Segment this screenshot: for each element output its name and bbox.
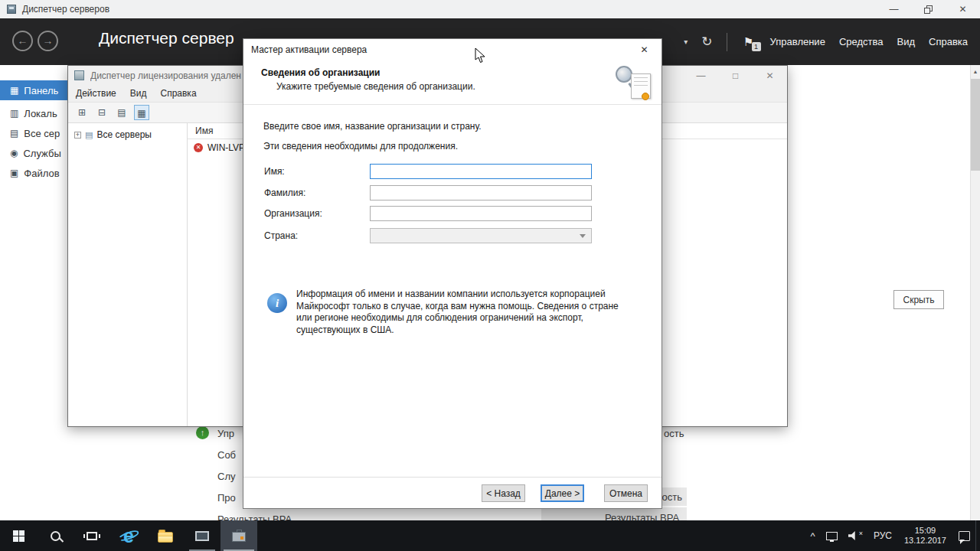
file-services-icon: ▣ (10, 168, 18, 178)
hide-button[interactable]: Скрыть (893, 290, 944, 309)
licensing-app-icon (74, 70, 84, 80)
active-app-button[interactable] (220, 520, 257, 551)
wizard-heading: Сведения об организации (261, 67, 380, 78)
task-view-button[interactable] (74, 520, 110, 551)
tile-row-manageability-right[interactable]: ость (664, 428, 684, 439)
country-select[interactable] (370, 228, 592, 243)
restore-button[interactable] (911, 0, 946, 18)
toolbar-icon-2[interactable]: ⊟ (94, 105, 109, 120)
intro-line-1: Введите свое имя, название организации и… (263, 121, 482, 132)
menu-help[interactable]: Справка (929, 36, 968, 47)
server-error-icon: ✕ (194, 143, 203, 152)
first-name-label: Имя: (264, 166, 285, 177)
refresh-icon[interactable]: ↻ (701, 34, 712, 50)
licensing-maximize-button[interactable]: □ (718, 70, 753, 81)
company-label: Организация: (264, 208, 322, 219)
wizard-title: Мастер активации сервера (251, 44, 367, 55)
file-explorer-button[interactable] (147, 520, 184, 551)
start-button[interactable] (0, 520, 37, 551)
search-button[interactable] (37, 520, 74, 551)
licensing-title: Диспетчер лицензирования удален (90, 70, 241, 81)
menu-view[interactable]: Вид (897, 36, 915, 47)
intro-line-2: Эти сведения необходимы для продолжения. (263, 141, 458, 152)
local-server-icon: ▥ (10, 108, 18, 119)
network-icon[interactable] (821, 520, 843, 551)
next-button[interactable]: Далее > (541, 484, 584, 502)
sidebar-item-label: Панель (24, 85, 58, 96)
wizard-titlebar: Мастер активации сервера ✕ (243, 39, 662, 60)
sidebar-item-dashboard[interactable]: ▦ Панель (0, 80, 67, 100)
company-input[interactable] (370, 206, 592, 221)
divider (727, 33, 727, 51)
menu-view[interactable]: Вид (130, 88, 147, 99)
internet-explorer-button[interactable]: e (110, 520, 147, 551)
minimize-button[interactable]: — (877, 0, 911, 18)
sidebar-item-label: Локаль (24, 108, 57, 119)
back-button[interactable]: ← (12, 31, 33, 51)
sidebar-item-file-services[interactable]: ▣ Файлов (0, 163, 67, 183)
licensing-minimize-button[interactable]: — (684, 70, 718, 81)
hidden-icons-chevron[interactable]: ^ (805, 520, 821, 551)
sidebar-item-services[interactable]: ◉ Службы (0, 143, 67, 163)
info-icon: i (267, 293, 287, 313)
search-icon (51, 531, 60, 541)
server-name: WIN-LVP (207, 142, 245, 153)
close-button[interactable]: ✕ (946, 0, 980, 18)
tree-item-all-servers[interactable]: + ▤ Все серверы (68, 129, 187, 140)
back-button[interactable]: < Назад (482, 484, 525, 502)
wizard-subheading: Укажите требуемые сведения об организаци… (276, 81, 475, 92)
last-name-input[interactable] (370, 185, 592, 201)
chevron-down-icon[interactable]: ▾ (684, 37, 688, 46)
sidebar-item-label: Файлов (24, 168, 59, 179)
task-view-icon (87, 532, 97, 540)
tile-row-services[interactable]: Слу (217, 471, 235, 482)
sidebar-item-local-server[interactable]: ▥ Локаль (0, 103, 67, 123)
status-ok-icon: ↑ (196, 426, 209, 439)
tile-row-events[interactable]: Соб (217, 449, 236, 461)
dashboard-icon: ▦ (10, 85, 18, 96)
restore-icon (924, 5, 933, 14)
menu-help[interactable]: Справка (160, 88, 196, 99)
scrollbar-thumb[interactable] (971, 79, 980, 171)
tile-row-performance[interactable]: Про (217, 492, 236, 504)
expand-icon[interactable]: + (74, 132, 81, 139)
menu-action[interactable]: Действие (76, 88, 116, 99)
toolbar-icon-3[interactable]: ▤ (114, 105, 129, 120)
menu-tools[interactable]: Средства (839, 36, 884, 47)
action-center-button[interactable] (953, 520, 975, 551)
running-app-button[interactable] (184, 520, 220, 551)
all-servers-icon: ▤ (10, 128, 18, 139)
show-desktop-strip[interactable] (975, 520, 980, 551)
tree-node-icon: ▤ (85, 130, 93, 140)
language-indicator[interactable]: РУС (868, 520, 897, 551)
toolbar-icon-1[interactable]: ⊞ (74, 105, 90, 120)
wizard-close-button[interactable]: ✕ (627, 39, 662, 60)
clock[interactable]: 15:09 13.12.2017 (897, 520, 953, 551)
notification-badge: 1 (752, 42, 761, 51)
app-window-icon (195, 531, 209, 541)
sidebar-item-all-servers[interactable]: ▤ Все сер (0, 123, 67, 143)
main-window-titlebar: Диспетчер серверов — ✕ (0, 0, 980, 18)
time: 15:09 (915, 526, 936, 536)
last-name-label: Фамилия: (264, 187, 305, 198)
tree-item-label: Все серверы (96, 129, 152, 140)
taskbar: e ^ × РУС 15:09 13.12.2017 (0, 520, 980, 551)
windows-logo-icon (13, 530, 24, 542)
cancel-button[interactable]: Отмена (604, 484, 648, 502)
first-name-input[interactable] (370, 164, 592, 179)
tile-row-manageability[interactable]: Упр (217, 428, 234, 439)
activation-wizard-dialog: Мастер активации сервера ✕ Сведения об о… (243, 38, 662, 509)
toolbar-icon-4[interactable]: ▦ (134, 105, 149, 120)
forward-button[interactable]: → (38, 31, 58, 51)
menu-manage[interactable]: Управление (770, 36, 825, 47)
volume-muted-icon[interactable]: × (843, 520, 868, 551)
licensing-close-button[interactable]: ✕ (753, 70, 787, 81)
scroll-up-arrow[interactable]: ▲ (971, 65, 980, 74)
vertical-scrollbar[interactable]: ▲ (970, 65, 980, 520)
system-tray: ^ × РУС 15:09 13.12.2017 (805, 520, 980, 551)
notifications-flag-button[interactable]: ⚑ 1 (741, 34, 756, 51)
wizard-body: Введите свое имя, название организации и… (243, 105, 662, 477)
info-text: Информация об имени и названии компании … (296, 289, 627, 336)
country-label: Страна: (264, 230, 298, 241)
server-manager-app-icon (7, 5, 16, 14)
